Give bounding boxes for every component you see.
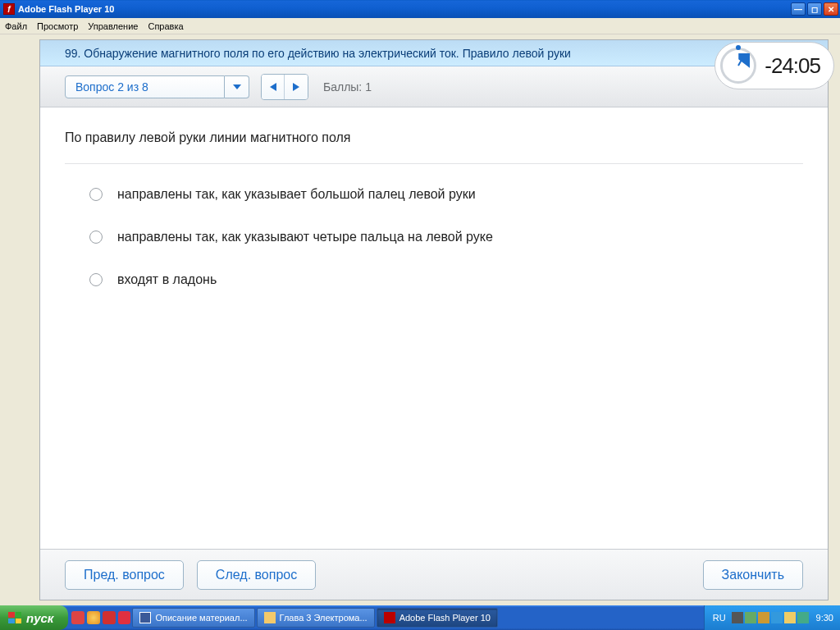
tray-icon[interactable]	[771, 612, 783, 623]
option-text: направлены так, как указывают четыре пал…	[117, 230, 493, 244]
quick-launch-icon[interactable]	[71, 611, 84, 624]
window-titlebar: f Adobe Flash Player 10 — ◻ ✕	[0, 0, 840, 18]
question-selector[interactable]: Вопрос 2 из 8	[65, 75, 249, 98]
menu-control[interactable]: Управление	[88, 21, 138, 31]
taskbar-clock[interactable]: 9:30	[816, 613, 833, 623]
quiz-header: 99. Обнаружение магнитного поля по его д…	[40, 40, 828, 66]
tray-icon[interactable]	[745, 612, 756, 623]
word-icon	[139, 612, 151, 623]
radio-icon	[89, 231, 103, 244]
minimize-button[interactable]: —	[791, 2, 806, 16]
timer: -24:05	[714, 42, 834, 89]
triangle-left-icon	[270, 83, 276, 91]
menu-help[interactable]: Справка	[148, 21, 183, 31]
tray-icon[interactable]	[797, 612, 809, 623]
question-text: По правилу левой руки линии магнитного п…	[65, 130, 803, 145]
next-question-button[interactable]: След. вопрос	[197, 560, 316, 590]
option-1[interactable]: направлены так, как указывает большой па…	[65, 187, 803, 202]
quick-launch	[71, 609, 130, 627]
option-text: направлены так, как указывает большой па…	[117, 187, 476, 202]
footer-bar: Пред. вопрос След. вопрос Закончить	[40, 549, 828, 600]
option-3[interactable]: входят в ладонь	[65, 272, 803, 287]
controls-bar: Вопрос 2 из 8 Баллы: 1 -24:05	[40, 66, 828, 107]
option-text: входят в ладонь	[117, 272, 217, 287]
task-label: Глава 3 Электрома...	[280, 613, 368, 623]
prev-question-button[interactable]: Пред. вопрос	[65, 560, 184, 590]
radio-icon	[89, 273, 103, 286]
tray-icon[interactable]	[732, 612, 743, 623]
menu-file[interactable]: Файл	[5, 21, 27, 31]
question-selector-label: Вопрос 2 из 8	[65, 75, 225, 98]
menu-bar: Файл Просмотр Управление Справка	[0, 18, 840, 34]
question-area: По правилу левой руки линии магнитного п…	[40, 107, 828, 338]
task-label: Adobe Flash Player 10	[399, 613, 491, 623]
task-label: Описание материал...	[155, 613, 247, 623]
flash-icon	[384, 612, 395, 623]
start-button[interactable]: пуск	[0, 605, 68, 630]
flash-icon: f	[3, 3, 15, 15]
triangle-right-icon	[293, 83, 299, 91]
windows-logo-icon	[8, 612, 21, 623]
quick-launch-icon[interactable]	[87, 611, 100, 624]
points-label: Баллы: 1	[323, 80, 372, 94]
option-2[interactable]: направлены так, как указывают четыре пал…	[65, 230, 803, 244]
prev-arrow-button[interactable]	[262, 75, 285, 99]
nav-buttons	[261, 74, 308, 100]
start-label: пуск	[26, 611, 53, 625]
next-arrow-button[interactable]	[285, 75, 308, 99]
quick-launch-icon[interactable]	[118, 611, 131, 624]
folder-icon	[264, 612, 276, 623]
clock-icon	[720, 48, 756, 84]
dropdown-button[interactable]	[225, 75, 249, 98]
window-title: Adobe Flash Player 10	[18, 4, 791, 14]
system-tray: RU 9:30	[704, 605, 840, 630]
finish-button[interactable]: Закончить	[703, 560, 803, 590]
quiz-title: 99. Обнаружение магнитного поля по его д…	[65, 47, 571, 60]
tray-icon[interactable]	[758, 612, 769, 623]
divider	[65, 163, 803, 164]
radio-icon	[89, 188, 103, 201]
close-button[interactable]: ✕	[824, 2, 838, 16]
language-indicator[interactable]: RU	[713, 613, 726, 623]
quick-launch-icon[interactable]	[103, 611, 116, 624]
quiz-app: 99. Обнаружение магнитного поля по его д…	[39, 39, 829, 600]
tray-icon[interactable]	[784, 612, 796, 623]
chevron-down-icon	[233, 84, 241, 89]
menu-view[interactable]: Просмотр	[37, 21, 78, 31]
timer-text: -24:05	[765, 53, 820, 79]
taskbar: пуск Описание материал... Глава 3 Электр…	[0, 605, 840, 630]
taskbar-item-flash[interactable]: Adobe Flash Player 10	[377, 608, 498, 628]
taskbar-item-word[interactable]: Описание материал...	[132, 608, 254, 628]
taskbar-item-folder[interactable]: Глава 3 Электрома...	[257, 608, 375, 628]
maximize-button[interactable]: ◻	[807, 2, 822, 16]
